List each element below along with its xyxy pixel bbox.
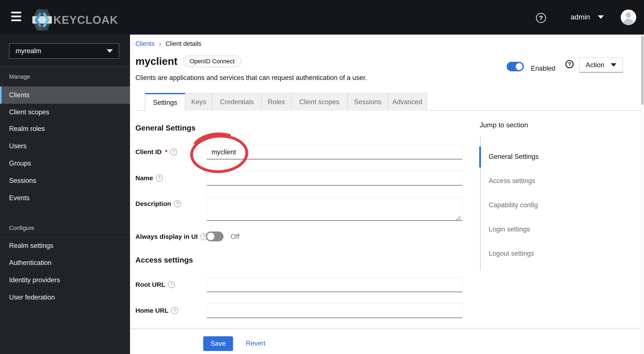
tab-client-scopes[interactable]: Client scopes (291, 93, 348, 111)
scrollbar-thumb[interactable] (641, 36, 644, 105)
home-url-label: Home URL ? (136, 306, 178, 315)
tab-sessions[interactable]: Sessions (348, 93, 388, 111)
sidebar-item-authentication[interactable]: Authentication (0, 254, 130, 271)
revert-link[interactable]: Revert (246, 339, 266, 347)
breadcrumb-clients-link[interactable]: Clients (136, 40, 155, 47)
home-url-help-icon[interactable]: ? (171, 307, 178, 314)
client-id-input[interactable] (207, 145, 462, 160)
masthead: KEYCLOAK ? admin (0, 0, 644, 35)
general-settings-heading: General Settings (136, 124, 196, 132)
avatar-head-icon (626, 12, 631, 18)
page-title: myclient (136, 55, 178, 67)
sidebar-item-clients[interactable]: Clients (0, 87, 130, 104)
sidebar-item-client-scopes[interactable]: Client scopes (0, 104, 130, 121)
avatar[interactable] (621, 10, 636, 25)
toggle-knob (207, 233, 214, 240)
enabled-label: Enabled (531, 65, 556, 72)
nav-section-configure: Configure (9, 225, 34, 231)
realm-selector-area: myrealm (0, 35, 130, 66)
jump-active-indicator (479, 147, 481, 167)
name-input[interactable] (207, 171, 462, 186)
keycloak-hexagon-icon (32, 9, 52, 31)
sidebar-item-users[interactable]: Users (0, 138, 130, 155)
chevron-down-icon (611, 63, 616, 67)
description-label: Description ? (136, 199, 181, 208)
description-help-icon[interactable]: ? (174, 200, 181, 207)
breadcrumb: Clients › Client details (136, 40, 201, 48)
sidebar-item-realm-settings[interactable]: Realm settings (0, 237, 130, 254)
sidebar: myrealm Manage Clients Client scopes Rea… (0, 35, 130, 354)
tab-keys[interactable]: Keys (185, 93, 212, 111)
active-indicator (0, 87, 2, 104)
username: admin (570, 13, 590, 21)
name-help-icon[interactable]: ? (156, 175, 163, 182)
sidebar-item-sessions[interactable]: Sessions (0, 172, 130, 189)
sidebar-item-user-federation[interactable]: User federation (0, 289, 130, 306)
avatar-bust-icon (624, 19, 634, 25)
realm-name: myrealm (16, 47, 41, 55)
tab-credentials[interactable]: Credentials (212, 93, 262, 111)
tab-settings[interactable]: Settings (145, 93, 185, 111)
nav-section-manage: Manage (9, 74, 30, 80)
jump-link-logout-settings[interactable]: Logout settings (489, 250, 534, 257)
name-label: Name ? (136, 174, 163, 182)
tab-advanced[interactable]: Advanced (388, 93, 427, 111)
title-row: myclient OpenID Connect (136, 55, 242, 67)
description-textarea[interactable] (207, 197, 462, 221)
protocol-badge: OpenID Connect (183, 56, 242, 67)
sidebar-item-realm-roles[interactable]: Realm roles (0, 120, 130, 137)
action-dropdown[interactable]: Action (579, 58, 623, 73)
main-content: Clients › Client details myclient OpenID… (130, 35, 640, 354)
scrollbar-track[interactable] (640, 35, 644, 354)
client-id-label: Client ID * ? (136, 148, 177, 156)
form-actions-footer: Save Revert (130, 329, 640, 354)
jump-link-general-settings[interactable]: General Settings (489, 153, 538, 161)
nav-toggle-icon[interactable] (10, 11, 23, 24)
help-icon[interactable]: ? (536, 13, 546, 23)
jump-to-section-title: Jump to section (480, 121, 528, 129)
jump-link-login-settings[interactable]: Login settings (489, 225, 530, 233)
always-display-toggle[interactable] (206, 231, 224, 241)
chevron-down-icon (598, 15, 604, 19)
tab-bar: Settings Keys Credentials Roles Client s… (136, 93, 640, 111)
always-display-state: Off (231, 233, 240, 240)
page-description: Clients are applications and services th… (136, 74, 367, 82)
chevron-down-icon (107, 49, 113, 53)
sidebar-item-events[interactable]: Events (0, 190, 130, 206)
toggle-knob (516, 63, 523, 70)
sidebar-item-groups[interactable]: Groups (0, 155, 130, 172)
breadcrumb-current: Client details (166, 40, 201, 47)
jump-link-access-settings[interactable]: Access settings (489, 177, 535, 185)
always-display-label: Always display in UI ? (136, 232, 207, 241)
enabled-help-icon[interactable]: ? (566, 60, 574, 68)
breadcrumb-separator-icon: › (159, 40, 161, 48)
root-url-help-icon[interactable]: ? (168, 281, 175, 288)
brand-text: KEYCLOAK (53, 14, 118, 26)
access-settings-heading: Access settings (136, 256, 193, 264)
jump-link-capability-config[interactable]: Capability config (489, 201, 538, 209)
keycloak-logo: KEYCLOAK (32, 9, 118, 31)
client-id-help-icon[interactable]: ? (170, 148, 177, 155)
tab-roles[interactable]: Roles (262, 93, 291, 111)
save-button[interactable]: Save (203, 336, 233, 351)
root-url-label: Root URL ? (136, 280, 175, 289)
root-url-input[interactable] (207, 277, 462, 292)
realm-selector[interactable]: myrealm (9, 43, 119, 59)
home-url-input[interactable] (207, 303, 462, 318)
sidebar-item-identity-providers[interactable]: Identity providers (0, 272, 130, 288)
enabled-toggle[interactable] (507, 62, 524, 71)
required-asterisk: * (165, 148, 168, 156)
user-menu[interactable]: admin (570, 13, 604, 21)
